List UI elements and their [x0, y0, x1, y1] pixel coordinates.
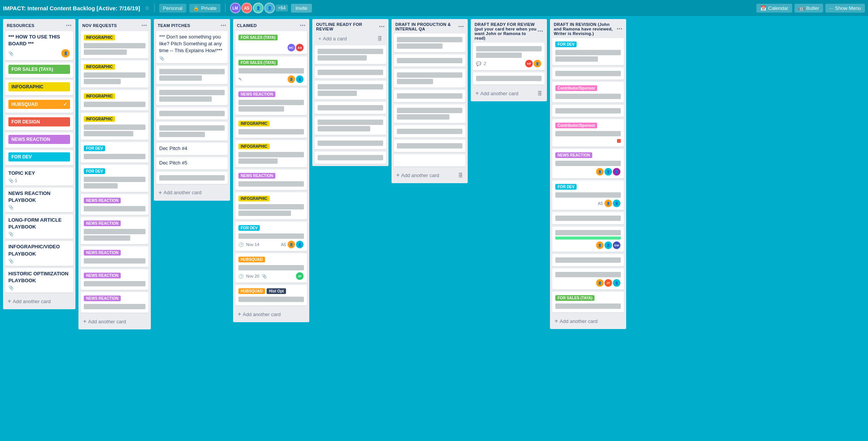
add-card-revision[interactable]: + Add another card: [551, 315, 625, 327]
card-dec-pitch-4[interactable]: Dec Pitch #4: [156, 143, 228, 155]
show-menu-button[interactable]: ··· Show Menu: [825, 4, 865, 13]
card-for-sales[interactable]: FOR SALES (TAYA): [5, 62, 73, 78]
card-for-dev[interactable]: FOR DEV: [5, 150, 73, 165]
add-card-claimed[interactable]: + Add another card: [235, 308, 308, 320]
list-item[interactable]: INFOGRAPHIC: [81, 90, 149, 110]
list-item[interactable]: [156, 86, 228, 105]
card-rev-jt[interactable]: 👤 JT 👤: [552, 268, 624, 289]
list-item[interactable]: [156, 122, 228, 141]
card-claimed-7[interactable]: INFOGRAPHIC: [235, 192, 307, 219]
list-item[interactable]: NEWS REACTION: [81, 292, 149, 313]
card-hubsquad[interactable]: HUBSQUAD ✓: [5, 97, 73, 113]
add-card-nov[interactable]: + Add another card: [80, 316, 149, 327]
list-item[interactable]: [156, 107, 228, 120]
list-item[interactable]: [552, 67, 624, 80]
list-item[interactable]: [552, 212, 624, 224]
list-item[interactable]: NEWS REACTION: [81, 217, 149, 244]
list-item[interactable]: FOR DEV: [81, 165, 149, 192]
avatar-as[interactable]: AS: [241, 3, 252, 13]
personal-button[interactable]: Personal: [159, 4, 186, 13]
add-card-pitches[interactable]: + Add another card: [155, 187, 229, 198]
list-item[interactable]: [315, 66, 386, 78]
archive-icon-outline[interactable]: 🗄: [377, 36, 382, 42]
list-item[interactable]: INFOGRAPHIC: [81, 113, 149, 140]
archive-icon-draft-prod[interactable]: 🗄: [458, 173, 463, 178]
card-claimed-5[interactable]: INFOGRAPHIC: [235, 140, 307, 167]
card-claimed-1[interactable]: FOR SALES (TAYA) MC AS: [235, 31, 307, 54]
card-for-design[interactable]: FOR DESIGN: [5, 115, 73, 130]
list-item[interactable]: NEWS REACTION: [81, 194, 149, 215]
card-rev-contrib-2[interactable]: Contributor/Sponsor: [552, 119, 624, 147]
card-rev-sales[interactable]: FOR SALES (TAYA): [552, 292, 624, 312]
card-claimed-10[interactable]: HUBSQUAD Hist Opt: [235, 285, 307, 305]
column-resources-menu[interactable]: ···: [66, 22, 72, 29]
card-claimed-2[interactable]: FOR SALES (TAYA) ✎ 👤 👤: [235, 56, 307, 86]
list-item[interactable]: NEWS REACTION: [81, 246, 149, 267]
list-item[interactable]: [156, 66, 228, 84]
list-item[interactable]: [552, 254, 624, 266]
list-item[interactable]: [315, 137, 386, 149]
list-item[interactable]: [394, 154, 465, 166]
card-dont-see[interactable]: *** Don't see something you like? Pitch …: [156, 31, 228, 63]
card-historic[interactable]: HISTORIC OPTIMIZATION PLAYBOOK 📎: [5, 268, 73, 292]
more-members-badge[interactable]: +64: [276, 5, 288, 11]
column-draft-rev-menu[interactable]: ···: [617, 26, 622, 32]
list-item[interactable]: [394, 104, 465, 123]
add-card-inline[interactable]: + Add a card 🗄: [316, 34, 385, 43]
card-claimed-8[interactable]: FOR DEV 🕐 Nov 14 AS 👤 👤: [235, 222, 307, 251]
list-item[interactable]: FOR DEV: [81, 142, 149, 163]
card-rev-sw[interactable]: 👤 👤 SW: [552, 227, 624, 252]
calendar-button[interactable]: 📅 Calendar: [756, 4, 792, 13]
add-card-draft-ready[interactable]: + Add another card 🗄: [472, 88, 545, 99]
list-item[interactable]: [315, 81, 386, 99]
card-rev-1[interactable]: FOR DEV: [552, 38, 624, 65]
card-topic-key[interactable]: TOPIC KEY 📎 1: [5, 168, 73, 185]
archive-icon[interactable]: 🗄: [537, 91, 542, 96]
list-item[interactable]: [156, 172, 228, 184]
card-claimed-9[interactable]: HUBSQUAD 🕐 Nov 20 📎 JP: [235, 253, 307, 283]
list-item[interactable]: [394, 140, 465, 152]
private-button[interactable]: 🔒 Private: [189, 4, 220, 13]
add-card-resources[interactable]: + Add another card: [5, 296, 74, 307]
card-infographic[interactable]: INFOGRAPHIC: [5, 80, 73, 95]
list-item[interactable]: [394, 125, 465, 137]
card-draft-ready-1[interactable]: 💬 2 KF 👤: [473, 43, 545, 70]
card-rev-news[interactable]: NEWS REACTION 👤 👤 👤: [552, 149, 624, 178]
list-item[interactable]: INFOGRAPHIC: [81, 61, 149, 88]
card-claimed-4[interactable]: INFOGRAPHIC: [235, 117, 307, 138]
list-item[interactable]: [552, 105, 624, 117]
list-item[interactable]: [394, 54, 465, 67]
card-rev-fordev[interactable]: FOR DEV AS 👤 👤: [552, 181, 624, 210]
column-team-pitches-menu[interactable]: ···: [221, 22, 226, 29]
card-how-to-use[interactable]: *** HOW TO USE THIS BOARD *** 📎 👤: [5, 31, 73, 60]
butler-button[interactable]: 🤖 Butler: [794, 4, 823, 13]
column-nov-requests-menu[interactable]: ···: [141, 22, 147, 29]
list-item[interactable]: [473, 72, 545, 85]
card-claimed-6[interactable]: NEWS REACTION: [235, 169, 307, 190]
list-item[interactable]: [394, 69, 465, 88]
invite-button[interactable]: Invite: [291, 4, 312, 13]
column-claimed-menu[interactable]: ···: [300, 22, 305, 29]
avatar-3[interactable]: 👤: [253, 3, 264, 13]
list-item[interactable]: [315, 116, 386, 135]
list-item[interactable]: [315, 152, 386, 164]
card-claimed-3[interactable]: NEWS REACTION: [235, 88, 307, 115]
column-draft-ready-menu[interactable]: ···: [537, 28, 543, 35]
card-news-reaction[interactable]: NEWS REACTION: [5, 133, 73, 148]
avatar-lm[interactable]: LM: [230, 3, 241, 13]
list-item[interactable]: [315, 102, 386, 114]
list-item[interactable]: [315, 45, 386, 64]
card-rev-contrib-1[interactable]: Contributor/Sponsor: [552, 82, 624, 102]
card-news-playbook[interactable]: NEWS REACTION PLAYBOOK 📎: [5, 188, 73, 212]
card-long-form[interactable]: LONG-FORM ARTICLE PLAYBOOK 📎: [5, 214, 73, 239]
star-icon[interactable]: ☆: [145, 5, 150, 11]
add-card-draft-prod[interactable]: + Add another card 🗄: [393, 169, 466, 181]
list-item[interactable]: [394, 34, 465, 52]
list-item[interactable]: [394, 90, 465, 102]
card-dec-pitch-5[interactable]: Dec Pitch #5: [156, 157, 228, 169]
list-item[interactable]: NEWS REACTION: [81, 269, 149, 290]
avatar-4[interactable]: 👤: [264, 3, 275, 13]
column-outline-menu[interactable]: ···: [379, 23, 385, 30]
card-infographic-video[interactable]: INFOGRAPHIC/VIDEO PLAYBOOK 📎: [5, 241, 73, 265]
column-draft-prod-menu[interactable]: ···: [458, 23, 464, 30]
